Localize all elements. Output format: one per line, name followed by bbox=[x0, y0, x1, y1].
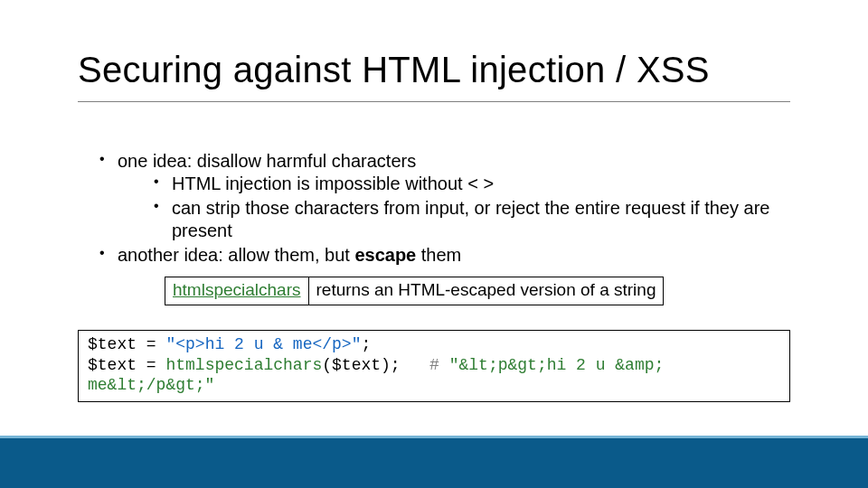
bullet-text: HTML injection is impossible without < > bbox=[172, 174, 494, 193]
func-name-cell: htmlspecialchars bbox=[165, 277, 309, 305]
bullet-text-bold: escape bbox=[354, 245, 416, 265]
bullet-text: one idea: disallow harmful characters bbox=[118, 151, 416, 171]
code-text: ; bbox=[361, 335, 371, 353]
bullet-text: can strip those characters from input, o… bbox=[172, 198, 769, 240]
code-func: htmlspecialchars bbox=[165, 356, 322, 374]
code-text: $text = bbox=[88, 335, 165, 353]
list-item: HTML injection is impossible without < > bbox=[154, 173, 790, 195]
bullet-text: another idea: allow them, but bbox=[118, 245, 354, 265]
slide-title: Securing against HTML injection / XSS bbox=[78, 50, 710, 90]
list-item: another idea: allow them, but escape the… bbox=[99, 244, 790, 267]
bullet-list: one idea: disallow harmful characters HT… bbox=[99, 150, 790, 268]
function-table: htmlspecialchars returns an HTML-escaped… bbox=[165, 277, 664, 305]
code-comment-hash: # bbox=[429, 356, 449, 374]
func-desc-cell: returns an HTML-escaped version of a str… bbox=[308, 277, 664, 305]
title-rule bbox=[78, 101, 790, 102]
code-string: "<p>hi 2 u & me</p>" bbox=[165, 335, 361, 353]
table-row: htmlspecialchars returns an HTML-escaped… bbox=[165, 277, 664, 305]
footer-band bbox=[0, 436, 868, 488]
code-block: $text = "<p>hi 2 u & me</p>"; $text = ht… bbox=[78, 330, 790, 402]
code-text: ($text); bbox=[322, 356, 429, 374]
code-text: $text = bbox=[88, 356, 165, 374]
list-item: can strip those characters from input, o… bbox=[154, 197, 790, 242]
bullet-text: them bbox=[416, 245, 461, 265]
func-link[interactable]: htmlspecialchars bbox=[173, 280, 301, 299]
list-item: one idea: disallow harmful characters HT… bbox=[99, 150, 790, 242]
